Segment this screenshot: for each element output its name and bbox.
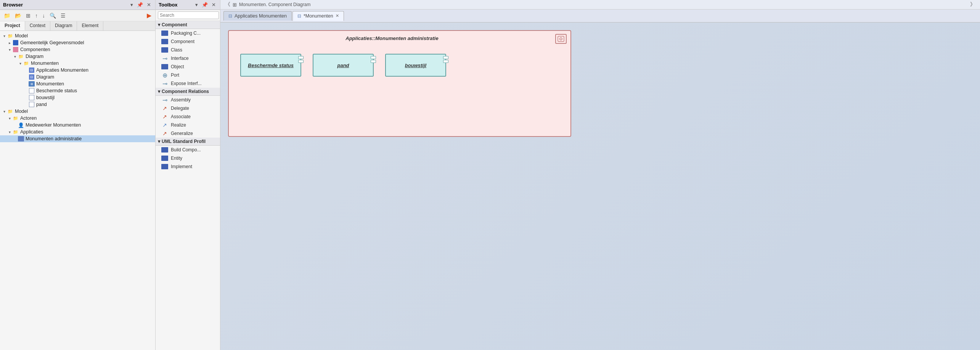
toolbox-item-packaging[interactable]: Packaging C... (156, 29, 220, 37)
tree-item-gem[interactable]: ▸ Gemeentelijk Gegevensmodel (0, 39, 155, 46)
toolbox-item-implement[interactable]: Implement (156, 162, 220, 171)
browser-pin-btn[interactable]: 📌 (136, 2, 144, 8)
tab-element[interactable]: Element (77, 21, 103, 31)
component-label-beschermde: Beschermde status (248, 63, 294, 68)
toolbox-dropdown-btn[interactable]: ▾ (194, 2, 199, 8)
tab-close-btn[interactable]: ✕ (336, 13, 339, 18)
expand-applicaties[interactable]: ▾ (7, 130, 12, 134)
path-grid-icon: ⊞ (233, 2, 237, 8)
toolbox-item-interface[interactable]: ⊸ Interface (156, 54, 220, 63)
tree-item-actoren[interactable]: ▾ 📁 Actoren (0, 115, 155, 122)
browser-header-icons: ▾ 📌 ✕ (129, 2, 152, 8)
component-box-beschermde[interactable]: Beschermde status (240, 54, 301, 77)
toolbox-item-component[interactable]: Component (156, 37, 220, 46)
toolbox-item-generalize[interactable]: ↗ Generalize (156, 129, 220, 138)
grid-btn[interactable]: ⊞ (24, 12, 32, 19)
open-btn[interactable]: 📂 (13, 12, 23, 19)
tree-item-bouwstijl[interactable]: bouwstijl (0, 94, 155, 101)
folder4-icon: 📁 (7, 108, 14, 114)
browser-title: Browser (3, 2, 127, 8)
toolbox-pin-btn[interactable]: 📌 (201, 2, 209, 8)
tree-item-model2[interactable]: ▾ 📁 Model (0, 108, 155, 115)
path-right-collapse-btn[interactable]: 》 (970, 1, 975, 8)
tree-label-medewerker: Medewerker Monumenten (26, 122, 81, 128)
toolbox-label-component: Component (171, 39, 194, 44)
tree-item-pand[interactable]: pand (0, 101, 155, 108)
tree-item-medewerker[interactable]: 👤 Medewerker Monumenten (0, 122, 155, 128)
toolbox-item-object[interactable]: Object (156, 63, 220, 71)
toolbox-section-uml[interactable]: ▾ UML Standard Profil (156, 138, 220, 146)
toolbox-label-build: Build Compo... (171, 147, 201, 153)
new-folder-btn[interactable]: 📁 (2, 12, 12, 19)
browser-dropdown-btn[interactable]: ▾ (129, 2, 134, 8)
toolbox-search-input[interactable] (158, 11, 219, 19)
tree-item-diag[interactable]: ⊟ Diagram (0, 74, 155, 80)
path-text: Monumenten. Component Diagram (239, 2, 310, 7)
tab-app-mon[interactable]: ⊟ Applicaties Monumenten (223, 11, 292, 21)
expand-actoren[interactable]: ▾ (7, 116, 12, 120)
toolbox-label-class: Class (171, 47, 182, 53)
browser-panel-header: Browser ▾ 📌 ✕ (0, 0, 155, 10)
tree-item-mon[interactable]: ⊞ Monumenten (0, 80, 155, 87)
component-box-bouwstijl[interactable]: bouwstijl (385, 54, 446, 77)
diagram-area: Applicaties::Monumenten administratie Be… (220, 22, 980, 350)
tab-context[interactable]: Context (25, 21, 50, 31)
toolbox-panel: Toolbox ▾ 📌 ✕ 🔍 🔎 ☰ ▾ Component Packagin… (156, 0, 220, 350)
tab-app-mon-label: Applicaties Monumenten (235, 13, 287, 19)
tab-mon-label: *Monumenten (304, 13, 333, 19)
path-collapse-btn[interactable]: 《 (225, 1, 230, 8)
diagram2-icon: ⊟ (28, 74, 35, 80)
search-btn[interactable]: 🔍 (48, 12, 58, 19)
diagram-title: Applicaties::Monumenten administratie (229, 35, 555, 41)
tree-item-componenten[interactable]: ▾ Componenten (0, 46, 155, 53)
toolbox-item-delegate[interactable]: ↗ Delegate (156, 104, 220, 112)
tree-item-diagram-folder[interactable]: ▾ 📁 Diagram (0, 53, 155, 60)
menu-btn[interactable]: ☰ (59, 12, 67, 19)
tree-item-applicaties[interactable]: ▾ 📁 Applicaties (0, 128, 155, 135)
toolbox-close-btn[interactable]: ✕ (210, 2, 217, 8)
component-box-pand[interactable]: pand (313, 54, 374, 77)
down-btn[interactable]: ↓ (41, 12, 47, 19)
tree-item-model1[interactable]: ▾ 📁 Model (0, 32, 155, 39)
browser-close-btn[interactable]: ✕ (146, 2, 152, 8)
section-arrow-relations: ▾ (158, 89, 160, 94)
entity-icon (161, 155, 169, 161)
tab-mon[interactable]: ⊟ *Monumenten ✕ (292, 11, 344, 21)
toolbox-item-expose[interactable]: ⊸ Expose Interf... (156, 79, 220, 88)
component-label-pand: pand (337, 63, 349, 68)
arrow-down-icon: ↓ (42, 13, 45, 19)
path-bar: 《 ⊞ Monumenten. Component Diagram 》 (220, 0, 980, 10)
tree-item-mon-admin[interactable]: Monumenten administratie (0, 135, 155, 142)
expand-model1[interactable]: ▾ (2, 34, 7, 38)
toolbox-item-assembly[interactable]: ⊸ Assembly (156, 96, 220, 104)
toolbox-item-port[interactable]: ⊕ Port (156, 71, 220, 79)
tree-label-monumenten-folder: Monumenten (31, 61, 59, 66)
up-btn[interactable]: ↑ (34, 12, 39, 19)
tree-item-monumenten-folder[interactable]: ▾ 📁 Monumenten (0, 60, 155, 67)
expand-monumenten-folder[interactable]: ▾ (18, 61, 23, 66)
toolbox-section-relations[interactable]: ▾ Component Relations (156, 88, 220, 96)
arrow-up-icon: ↑ (35, 13, 38, 19)
tab-diagram[interactable]: Diagram (50, 21, 77, 31)
tab-project[interactable]: Project (0, 21, 25, 31)
uml-diagram: Applicaties::Monumenten administratie Be… (228, 30, 571, 137)
content-area: 《 ⊞ Monumenten. Component Diagram 》 ⊟ Ap… (220, 0, 980, 350)
tab-mon-icon: ⊟ (297, 13, 301, 19)
tree-label-actoren: Actoren (20, 116, 37, 121)
toolbox-item-build[interactable]: Build Compo... (156, 146, 220, 154)
toolbox-item-associate[interactable]: ↗ Associate (156, 112, 220, 121)
toolbox-item-realize[interactable]: ↗ Realize (156, 121, 220, 129)
toolbox-item-entity[interactable]: Entity (156, 154, 220, 162)
expand-diagram-folder[interactable]: ▾ (12, 55, 18, 59)
toolbox-label-generalize: Generalize (171, 131, 193, 136)
tree-item-app-mon[interactable]: ⊟ Applicaties Monumenten (0, 67, 155, 74)
expand-model2[interactable]: ▾ (2, 109, 7, 114)
expand-btn[interactable]: ▶ (145, 11, 153, 20)
toolbox-section-component[interactable]: ▾ Component (156, 21, 220, 29)
open-icon: 📂 (15, 13, 21, 19)
tree-item-beschermde[interactable]: Beschermde status (0, 87, 155, 94)
toolbox-item-class[interactable]: Class (156, 46, 220, 54)
expand-componenten[interactable]: ▾ (7, 48, 12, 52)
expand-gem[interactable]: ▸ (7, 41, 12, 45)
tree-label-mon: Monumenten (36, 81, 64, 87)
